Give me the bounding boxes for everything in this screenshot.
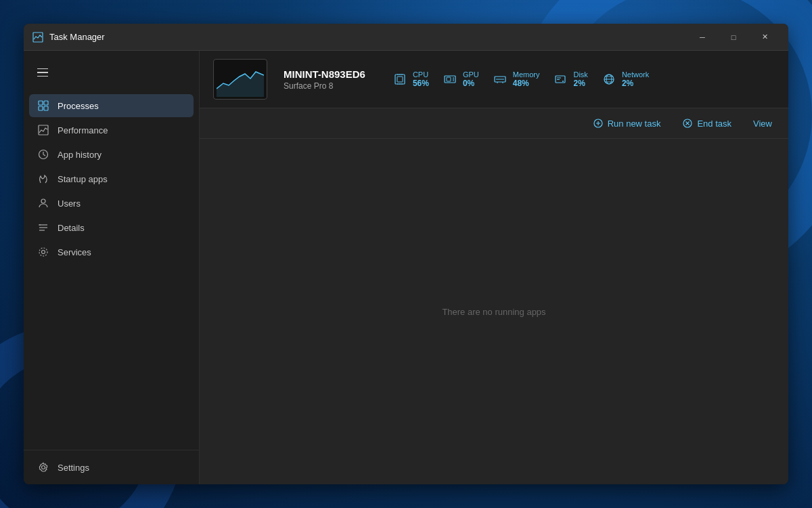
- content-area: Run new task End task Vie: [200, 108, 788, 484]
- sidebar-item-users[interactable]: Users: [29, 192, 194, 215]
- cpu-value: 56%: [413, 79, 429, 88]
- settings-label: Settings: [58, 463, 89, 473]
- disk-info: Disk 2%: [573, 70, 587, 88]
- memory-info: Memory 48%: [513, 70, 540, 88]
- details-icon: [37, 221, 49, 234]
- app-history-label: App history: [58, 150, 102, 160]
- close-button[interactable]: ✕: [749, 26, 780, 48]
- app-body: Processes Performance: [24, 51, 788, 484]
- device-icon-box: [213, 59, 267, 100]
- gpu-label: GPU: [463, 70, 479, 79]
- disk-value: 2%: [573, 79, 587, 88]
- device-name: MININT-N893ED6: [284, 68, 365, 80]
- processes-icon: [37, 100, 49, 112]
- empty-message-text: There are no running apps: [442, 307, 545, 317]
- gpu-icon: [443, 72, 457, 87]
- memory-value: 48%: [513, 79, 540, 88]
- metric-cpu[interactable]: CPU 56%: [392, 70, 429, 88]
- svg-rect-16: [395, 75, 405, 84]
- sidebar-item-processes[interactable]: Processes: [29, 94, 194, 117]
- system-info-bar: MININT-N893ED6 Surface Pro 8: [200, 51, 788, 108]
- svg-point-7: [41, 199, 45, 203]
- app-history-icon: [37, 148, 49, 161]
- svg-rect-25: [447, 77, 451, 81]
- svg-point-13: [39, 248, 47, 256]
- settings-icon: [37, 461, 49, 473]
- sidebar-item-app-history[interactable]: App history: [29, 143, 194, 166]
- sidebar-item-details[interactable]: Details: [29, 216, 194, 239]
- sidebar-item-settings[interactable]: Settings: [29, 456, 194, 479]
- metric-memory[interactable]: Memory 48%: [493, 70, 540, 88]
- title-bar: Task Manager ─ □ ✕: [24, 24, 788, 51]
- title-bar-left: Task Manager: [32, 31, 687, 43]
- memory-icon: [493, 72, 508, 87]
- main-content: MININT-N893ED6 Surface Pro 8: [200, 51, 788, 484]
- metrics-bar: CPU 56%: [392, 70, 649, 88]
- startup-label: Startup apps: [58, 174, 108, 184]
- maximize-button[interactable]: □: [718, 26, 749, 48]
- metric-gpu[interactable]: GPU 0%: [443, 70, 479, 88]
- svg-point-12: [42, 251, 45, 254]
- services-icon: [37, 246, 49, 258]
- metric-disk[interactable]: Disk 2%: [553, 70, 587, 88]
- disk-label: Disk: [573, 70, 587, 79]
- sidebar-bottom: Settings: [24, 450, 199, 484]
- svg-rect-17: [397, 77, 403, 82]
- users-label: Users: [58, 198, 81, 209]
- processes-label: Processes: [58, 101, 99, 111]
- network-label: Network: [622, 70, 649, 79]
- gpu-info: GPU 0%: [463, 70, 479, 88]
- performance-icon: [37, 124, 49, 136]
- disk-icon: [553, 72, 568, 87]
- app-icon: [32, 31, 44, 43]
- sidebar-nav: Processes Performance: [24, 91, 199, 450]
- network-value: 2%: [622, 79, 649, 88]
- sidebar: Processes Performance: [24, 51, 200, 484]
- network-icon: [602, 72, 616, 87]
- svg-point-14: [42, 466, 45, 469]
- run-new-task-label: Run new task: [608, 119, 661, 129]
- end-task-label: End task: [697, 119, 731, 129]
- view-button[interactable]: View: [748, 116, 777, 131]
- window-title: Task Manager: [49, 32, 105, 42]
- toolbar: Run new task End task Vie: [200, 108, 788, 139]
- minimize-button[interactable]: ─: [687, 26, 718, 48]
- svg-rect-1: [39, 101, 43, 105]
- svg-rect-0: [33, 33, 43, 42]
- sidebar-top: [24, 56, 199, 91]
- sidebar-item-performance[interactable]: Performance: [29, 119, 194, 142]
- svg-rect-5: [39, 125, 48, 135]
- gpu-value: 0%: [463, 79, 479, 88]
- svg-rect-2: [44, 101, 48, 105]
- users-icon: [37, 197, 49, 209]
- window-controls: ─ □ ✕: [687, 26, 780, 48]
- run-new-task-icon: [593, 118, 604, 129]
- network-info: Network 2%: [622, 70, 649, 88]
- metric-network[interactable]: Network 2%: [602, 70, 649, 88]
- startup-icon: [37, 173, 49, 185]
- cpu-info: CPU 56%: [413, 70, 429, 88]
- svg-rect-3: [39, 106, 43, 110]
- details-label: Details: [58, 223, 85, 233]
- performance-label: Performance: [58, 125, 108, 135]
- services-label: Services: [58, 247, 91, 257]
- svg-rect-4: [44, 106, 48, 110]
- end-task-icon: [682, 118, 693, 129]
- memory-label: Memory: [513, 70, 540, 79]
- run-new-task-button[interactable]: Run new task: [587, 115, 667, 131]
- cpu-label: CPU: [413, 70, 429, 79]
- sidebar-item-startup[interactable]: Startup apps: [29, 167, 194, 190]
- task-manager-window: Task Manager ─ □ ✕: [24, 24, 788, 484]
- cpu-icon: [392, 72, 407, 87]
- hamburger-button[interactable]: [32, 62, 53, 83]
- device-model: Surface Pro 8: [284, 81, 365, 91]
- empty-message: There are no running apps: [200, 139, 788, 484]
- svg-rect-11: [39, 224, 41, 226]
- sidebar-item-services[interactable]: Services: [29, 240, 194, 263]
- view-label: View: [753, 119, 772, 129]
- device-info: MININT-N893ED6 Surface Pro 8: [284, 68, 365, 91]
- svg-rect-29: [495, 77, 505, 82]
- svg-point-39: [562, 81, 564, 82]
- end-task-button[interactable]: End task: [677, 115, 737, 131]
